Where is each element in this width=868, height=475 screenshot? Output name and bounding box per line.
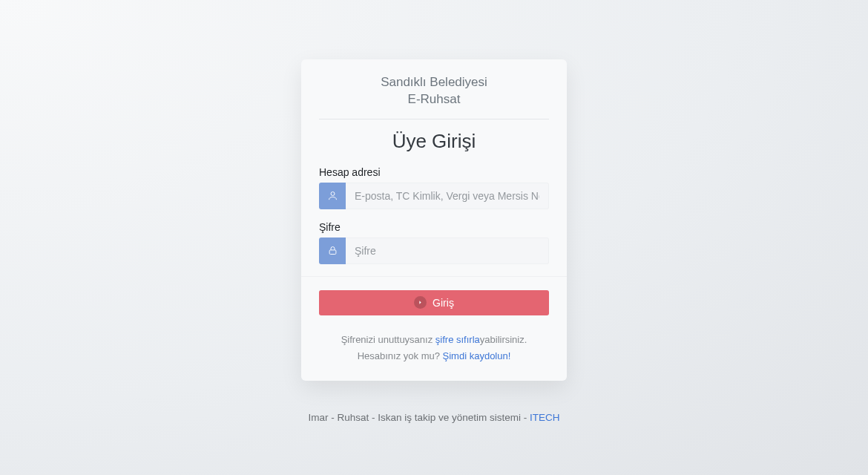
account-input-group (319, 183, 549, 209)
password-input-group (319, 238, 549, 264)
password-input[interactable] (346, 238, 549, 264)
account-label: Hesap adresi (319, 166, 549, 178)
lock-icon (319, 238, 346, 264)
forgot-post: yabilirsiniz. (480, 334, 527, 345)
footer: Imar - Ruhsat - Iskan iş takip ve yöneti… (308, 412, 559, 423)
forgot-pre: Şifrenizi unuttuysanız (341, 334, 435, 345)
brand-line1: Sandıklı Belediyesi (381, 75, 487, 89)
page-title: Üye Girişi (319, 130, 549, 153)
login-button[interactable]: Giriş (319, 290, 549, 315)
helper-text: Şifrenizi unuttuysanız şifre sıfırlayabi… (319, 332, 549, 364)
signup-pre: Hesabınız yok mu? (358, 350, 443, 361)
signup-link[interactable]: Şimdi kaydolun! (443, 350, 511, 361)
brand-line2: E-Ruhsat (408, 92, 461, 106)
arrow-right-icon (414, 296, 427, 309)
brand-title: Sandıklı Belediyesi E-Ruhsat (319, 74, 549, 119)
account-input[interactable] (346, 183, 549, 209)
svg-rect-1 (329, 250, 336, 255)
footer-text: Imar - Ruhsat - Iskan iş takip ve yöneti… (308, 412, 530, 423)
divider (319, 119, 549, 119)
form-divider (301, 276, 567, 277)
login-card: Sandıklı Belediyesi E-Ruhsat Üye Girişi … (301, 59, 567, 381)
footer-link[interactable]: ITECH (530, 412, 560, 423)
forgot-password-link[interactable]: şifre sıfırla (435, 334, 480, 345)
password-label: Şifre (319, 221, 549, 233)
login-button-label: Giriş (433, 297, 454, 309)
user-icon (319, 183, 346, 209)
svg-point-0 (331, 192, 335, 196)
